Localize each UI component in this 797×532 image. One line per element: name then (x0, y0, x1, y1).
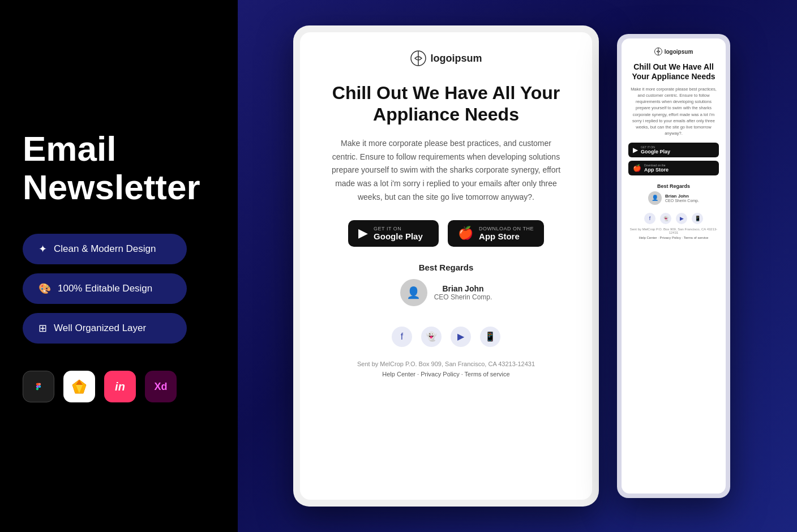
mobile-footer-links: Help Center · Privacy Policy · Terms of … (639, 236, 709, 239)
mobile-regards-label: Best Regards (657, 183, 690, 189)
snapchat-icon[interactable]: 👻 (421, 327, 442, 347)
brush-icon: 🎨 (38, 282, 51, 295)
sender-title: CEO Sherin Comp. (434, 293, 492, 301)
google-play-button[interactable]: ▶ GET IT ON Google Play (348, 220, 439, 247)
logo-svg-icon (410, 50, 426, 66)
mobile-apple-icon: 🍎 (633, 164, 641, 172)
email-body: Make it more corporate please best pract… (327, 137, 565, 204)
logo-text: logoipsum (431, 53, 482, 65)
regards-label: Best Regards (400, 263, 492, 272)
email-title: Chill Out We Have All Your Appliance Nee… (327, 82, 565, 126)
mobile-google-play-icon: ▶ (633, 146, 638, 154)
mobile-sender-avatar: 👤 (648, 191, 662, 205)
app-buttons-row: ▶ GET IT ON Google Play 🍎 Download on th… (348, 220, 544, 247)
mobile-social-icons: f 👻 ▶ 📱 (644, 213, 703, 224)
email-footer-address: Sent by MelCrop P.O. Box 909, San Franci… (357, 361, 535, 367)
mobile-sender-name: Brian John (665, 194, 699, 199)
mobile-email-content: logoipsum Chill Out We Have All Your App… (622, 38, 726, 494)
youtube-icon[interactable]: ▶ (451, 327, 471, 347)
mobile-email-title: Chill Out We Have All Your Appliance Nee… (628, 62, 719, 81)
mobile-youtube-icon[interactable]: ▶ (676, 213, 687, 224)
apple-icon: 🍎 (458, 226, 473, 241)
regards-section: Best Regards 👤 Brian John CEO Sherin Com… (400, 263, 492, 306)
tool-icons-row: in Xd (23, 371, 215, 402)
app-store-button[interactable]: 🍎 Download on the App Store (448, 220, 544, 247)
feature-btn-organized[interactable]: ⊞ Well Organized Layer (23, 313, 187, 344)
mobile-sender-title: CEO Sherin Comp. (665, 199, 699, 203)
mobile-snapchat-icon[interactable]: 👻 (660, 213, 671, 224)
email-mobile-preview: logoipsum Chill Out We Have All Your App… (617, 34, 730, 498)
invision-icon: in (104, 371, 136, 402)
xd-icon: Xd (145, 371, 177, 402)
mobile-app-store-button[interactable]: 🍎 Download on the App Store (628, 161, 719, 175)
social-icons-row: f 👻 ▶ 📱 (392, 327, 500, 347)
whatsapp-icon[interactable]: 📱 (480, 327, 500, 347)
mobile-logo-icon (654, 48, 662, 55)
mobile-facebook-icon[interactable]: f (644, 213, 655, 224)
mobile-sender-row: 👤 Brian John CEO Sherin Comp. (648, 191, 699, 205)
sender-avatar: 👤 (400, 279, 427, 306)
sender-name: Brian John (434, 284, 492, 293)
sender-row: 👤 Brian John CEO Sherin Comp. (400, 279, 492, 306)
facebook-icon[interactable]: f (392, 327, 412, 347)
feature-btn-editable[interactable]: 🎨 100% Editable Design (23, 273, 187, 304)
page-title: Email Newsletter (23, 130, 215, 207)
email-main-content: logoipsum Chill Out We Have All Your App… (300, 32, 592, 500)
right-area: logoipsum Chill Out We Have All Your App… (238, 0, 797, 532)
layers-icon: ⊞ (38, 322, 47, 334)
wand-icon: ✦ (38, 243, 47, 255)
google-play-icon: ▶ (358, 226, 368, 241)
mobile-email-body: Make it more corporate please best pract… (628, 86, 719, 137)
mobile-logo-text: logoipsum (665, 49, 693, 55)
email-footer-links: Help Center · Privacy Policy · Terms of … (382, 371, 509, 377)
figma-icon (23, 371, 54, 402)
mobile-google-play-button[interactable]: ▶ GET IT ON Google Play (628, 143, 719, 157)
email-tablet-preview: logoipsum Chill Out We Have All Your App… (293, 25, 599, 507)
feature-btn-clean-design[interactable]: ✦ Clean & Modern Design (23, 234, 187, 264)
mobile-footer-address: Sent by MelCrop P.O. Box 909, San Franci… (628, 228, 719, 234)
left-panel: Email Newsletter ✦ Clean & Modern Design… (0, 0, 238, 532)
mobile-logo-row: logoipsum (654, 48, 693, 55)
mobile-whatsapp-icon[interactable]: 📱 (692, 213, 703, 224)
email-logo-row: logoipsum (410, 50, 482, 66)
sketch-icon (63, 371, 95, 402)
